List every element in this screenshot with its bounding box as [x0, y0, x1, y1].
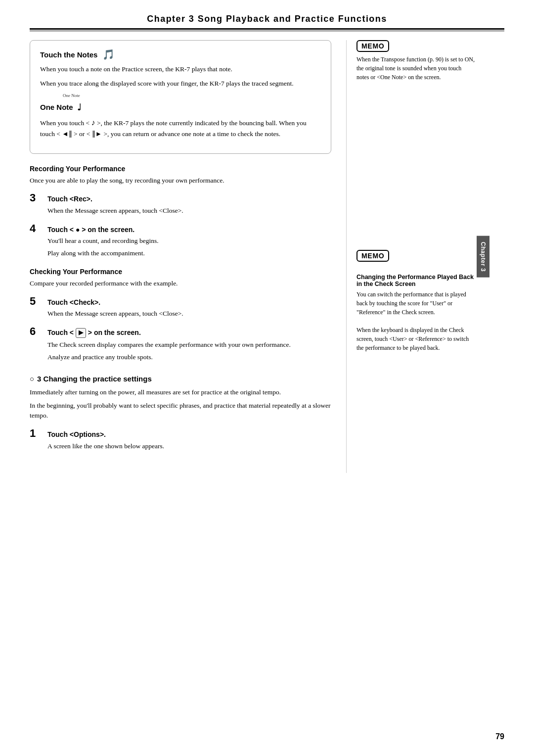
memo-box-1: MEMO When the Transpose function (p. 90)…: [356, 40, 475, 82]
quarter-note-icon: ♩: [77, 102, 81, 113]
play-button-icon: ▶: [76, 328, 86, 338]
step-1-desc: A screen like the one shown below appear…: [47, 441, 331, 452]
step-3-label: Touch <Rec>.: [47, 194, 92, 203]
one-note-super-label: One Note: [63, 93, 321, 98]
step-3-desc: When the Message screen appears, touch <…: [47, 206, 331, 216]
touch-notes-label: Touch the Notes: [40, 50, 97, 59]
checking-heading: Checking Your Performance: [30, 268, 331, 276]
header-rule-thin: [30, 31, 504, 31]
chapter-title: Chapter 3 Song Playback and Practice Fun…: [30, 14, 504, 24]
step-6-number: 6: [30, 326, 45, 337]
page-header: Chapter 3 Song Playback and Practice Fun…: [0, 0, 534, 24]
header-rule-thick: [30, 28, 504, 30]
one-note-para: When you touch < ♪ >, the KR-7 plays the…: [40, 117, 321, 140]
step-4-label: Touch < ● > on the screen.: [47, 225, 134, 234]
practice-para2: In the beginning, you'll probably want t…: [30, 401, 331, 422]
touch-notes-para1: When you touch a note on the Practice sc…: [40, 64, 321, 75]
memo-logo-1: MEMO: [356, 40, 389, 52]
step-1-number: 1: [30, 428, 45, 439]
one-note-heading: One Note ♩: [40, 102, 321, 113]
step-6-desc1: The Check screen display compares the ex…: [47, 340, 331, 350]
bird-icon: 🎵: [102, 48, 115, 60]
touch-notes-title: Touch the Notes 🎵: [40, 48, 321, 60]
touch-notes-box: Touch the Notes 🎵 When you touch a note …: [30, 40, 331, 154]
step-5-label: Touch <Check>.: [47, 298, 100, 307]
step-1-options: 1 Touch <Options>.: [30, 428, 331, 439]
one-note-title: One Note: [40, 103, 73, 111]
practice-para1: Immediately after turning on the power, …: [30, 387, 331, 398]
step-6: 6 Touch < ▶ > on the screen.: [30, 326, 331, 338]
content-area: Touch the Notes 🎵 When you touch a note …: [0, 40, 534, 473]
memo-text-1: When the Transpose function (p. 90) is s…: [356, 55, 475, 82]
main-column: Touch the Notes 🎵 When you touch a note …: [0, 40, 346, 473]
recording-desc: Once you are able to play the song, try …: [30, 176, 331, 186]
step-6-label: Touch < ▶ > on the screen.: [47, 328, 141, 338]
step-5: 5 Touch <Check>.: [30, 296, 331, 307]
touch-notes-para2: When you trace along the displayed score…: [40, 79, 321, 89]
circle-icon: ○: [30, 375, 34, 383]
checking-desc: Compare your recorded performance with t…: [30, 279, 331, 289]
step-4-desc1: You'll hear a count, and recording begin…: [47, 236, 331, 246]
step-5-desc: When the Message screen appears, touch <…: [47, 309, 331, 319]
practice-settings-title: 3 Changing the practice settings: [37, 375, 152, 383]
memo-text-2: You can switch the performance that is p…: [356, 290, 475, 352]
step-6-desc2: Analyze and practice any trouble spots.: [47, 352, 331, 363]
sidebar-column: MEMO When the Transpose function (p. 90)…: [346, 40, 490, 473]
practice-settings-heading: ○ 3 Changing the practice settings: [30, 375, 331, 383]
step-3: 3 Touch <Rec>.: [30, 192, 331, 203]
step-5-number: 5: [30, 296, 45, 307]
changing-performance-text: Changing the Performance Played Back in …: [356, 274, 474, 287]
page-number: 79: [495, 732, 504, 741]
recording-heading: Recording Your Performance: [30, 165, 331, 173]
sidebar-bold-heading: Changing the Performance Played Back in …: [356, 274, 475, 287]
memo-box-2: MEMO Changing the Performance Played Bac…: [356, 250, 475, 352]
step-4: 4 Touch < ● > on the screen.: [30, 223, 331, 234]
memo-logo-2: MEMO: [356, 250, 389, 262]
chapter-tab: Chapter 3: [477, 236, 490, 278]
step-1-label: Touch <Options>.: [47, 430, 106, 439]
step-4-desc2: Play along with the accompaniment.: [47, 248, 331, 259]
step-3-number: 3: [30, 192, 45, 203]
step-4-number: 4: [30, 223, 45, 234]
